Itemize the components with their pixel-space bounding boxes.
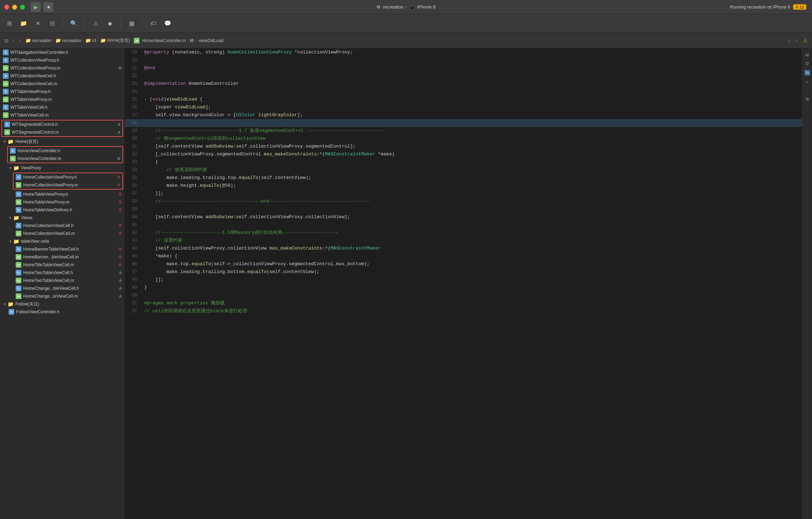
titlebar-status: Running recreation on iPhone 8 ⚠ 11 (730, 4, 806, 10)
sidebar-item[interactable]: m WTCollectionViewProxy.m M (0, 64, 125, 72)
sidebar-item-homechangecell-h[interactable]: h HomeChange...bleViewCell.h A (0, 284, 125, 292)
right-panel: Id O Ta ✓ Te (802, 48, 812, 519)
folder-icon[interactable]: 📁 (19, 19, 29, 29)
code-line-44: 44 [self.collectionViewProxy.collectionV… (125, 245, 802, 252)
sidebar: h WTNavigationViewController.h h WTColle… (0, 48, 125, 519)
group-icon[interactable]: ⊟ (47, 19, 57, 29)
code-line-34: 34 // 收尾顶部的约束 (125, 166, 802, 174)
breadcrumb-sep-4: › (131, 38, 132, 42)
sidebar-item[interactable]: m WTTableViewCell.m (0, 111, 125, 119)
code-editor[interactable]: 19 @property (nonatomic, strong) HomeCol… (125, 48, 802, 519)
right-panel-ta-icon[interactable]: Ta (805, 70, 810, 76)
sidebar-item-homebannercell-m[interactable]: m HomeBanner...bleViewCell.m R (0, 253, 125, 261)
sidebar-item-homecollectioncell-m[interactable]: m HomeCollectionViewCell.m R (0, 230, 125, 237)
breadcrumb-recreation-folder[interactable]: 📁 recreation (25, 38, 51, 43)
code-line-51: 51 #pragma mark properties 懒加载 (125, 299, 802, 307)
sidebar-item[interactable]: h WTCollectionViewProxy.h (0, 56, 125, 64)
breadcrumb-nav: ⊞ ‹ › (3, 37, 22, 44)
sidebar-item-homechangecell-m[interactable]: m HomeChange...leViewCell.m A (0, 292, 125, 300)
breadcrumb-forward[interactable]: › (17, 37, 22, 44)
project-name: recreation (383, 4, 404, 10)
code-line-45: 45 *make) { (125, 252, 802, 260)
sidebar-item-wtsegmented-m[interactable]: m WTSegmentedControl.m A (2, 128, 122, 136)
sidebar-item-hometableproxy-m[interactable]: m HomeTableViewProxy.m R (0, 198, 125, 206)
minimize-button[interactable] (12, 5, 17, 10)
folder-tableview-cells[interactable]: ▼ 📁 tableView cells (0, 237, 125, 245)
warning-nav-icon[interactable]: ⚠ (802, 37, 809, 44)
breadcrumb-back[interactable]: ‹ (11, 37, 16, 44)
close-icon[interactable]: ✕ (33, 19, 43, 29)
grid-icon[interactable]: ⊞ (3, 37, 10, 44)
sidebar-item-homecollectioncell-h[interactable]: h HomeCollectionViewCell.h R (0, 222, 125, 230)
breadcrumb-home-folder[interactable]: 📁 Home(首页) (100, 37, 130, 43)
run-status: Running recreation on iPhone 8 (730, 5, 790, 10)
code-line-37: 37 }]; (125, 190, 802, 197)
warning-icon[interactable]: ⚠ (91, 19, 101, 29)
breadcrumb-sep-6: › (195, 38, 196, 42)
sidebar-item-hometitlecell-m[interactable]: m HomeTitleTableViewCell.m R (0, 261, 125, 269)
breadcrumb-nav-prev[interactable]: ‹ (787, 37, 792, 44)
sidebar-item[interactable]: h WTTableViewCell.h (0, 103, 125, 111)
sidebar-item[interactable]: h WTCollectionViewCell.h (0, 72, 125, 80)
breadcrumb-ui-folder[interactable]: 📁 UI (85, 38, 96, 43)
sidebar-item-hometwocell-m[interactable]: m HomeTwoTableViewCell.m A (0, 277, 125, 284)
sidebar-item-homevc-m[interactable]: m HomeViewController.m M (8, 155, 122, 163)
sidebar-item-hometabledefines-h[interactable]: h HomeTableViewDefines.h R (0, 206, 125, 214)
sidebar-item[interactable]: h WTTableViewProxy.h (0, 88, 125, 96)
toolbar-separator-3 (121, 19, 121, 28)
breadcrumb-nav-next[interactable]: › (794, 37, 799, 44)
sidebar-item-homebannercell-h[interactable]: h HomeBannerTableViewCell.h R (0, 245, 125, 253)
right-panel-id-icon[interactable]: Id (804, 51, 811, 58)
folder-views[interactable]: ▼ 📁 Views (0, 214, 125, 222)
sidebar-item[interactable]: m WTCollectionViewCell.m (0, 80, 125, 88)
highlighted-group-2: h HomeViewController.h m HomeViewControl… (7, 146, 123, 163)
table-icon[interactable]: ▦ (127, 19, 137, 29)
sidebar-item-homecollectionproxy-h[interactable]: h HomeCollectionViewProxy.h R (14, 173, 122, 181)
folder-viewproxy[interactable]: ▼ 📁 ViewProxy (0, 164, 125, 172)
code-line-43: 43 // 设置约束 (125, 237, 802, 245)
code-line-40: 40 [self.contentView addSubview:self.col… (125, 213, 802, 221)
code-line-35: 35 make.leading.trailing.top.equalTo(sel… (125, 174, 802, 182)
breadcrumb-sep-2: › (82, 38, 83, 42)
right-panel-o-icon[interactable]: O (804, 60, 811, 67)
search-icon[interactable]: 🔍 (69, 19, 79, 29)
diamond-icon[interactable]: ◆ (105, 19, 115, 29)
breadcrumb-viewdidload[interactable]: -viewDidLoad (198, 38, 224, 43)
code-line-48: 48 }]; (125, 276, 802, 284)
sidebar-item-homecollectionproxy-m[interactable]: m HomeCollectionViewProxy.m R (14, 181, 122, 189)
code-line-23: 23 @implementation HomeViewController (125, 80, 802, 88)
run-button[interactable]: ▶ (31, 2, 41, 12)
code-line-32: 32 [_collectionViewProxy.segmentedContro… (125, 150, 802, 158)
sidebar-item-wtsegmented-h[interactable]: h WTSegmentedControl.h A (2, 120, 122, 128)
code-line-42: 42 //----------------------1.5用Masonry进行… (125, 229, 802, 237)
breadcrumb-bar: ⊞ ‹ › 📁 recreation › 📁 recreation › 📁 UI… (0, 33, 812, 48)
sidebar-item-homevc-h[interactable]: h HomeViewController.h (8, 147, 122, 155)
sidebar-item[interactable]: h WTNavigationViewController.h (0, 48, 125, 56)
comment-icon[interactable]: 💬 (163, 19, 173, 29)
sidebar-item-followvc-h[interactable]: h FollowViewController.h (0, 308, 125, 316)
close-button[interactable] (4, 5, 9, 10)
code-line-27: 27 self.view.backgroundColor = [UIColor … (125, 111, 802, 119)
stop-button[interactable]: ■ (44, 2, 54, 12)
breadcrumb-sep-3: › (98, 38, 99, 42)
code-line-52: 52 // cell的回调就在这里面通过block来进行处理 (125, 307, 802, 315)
warning-badge[interactable]: ⚠ 11 (793, 4, 806, 10)
code-line-30: 30 // 将segmentedControl添加到collectionView (125, 135, 802, 143)
right-panel-te-icon[interactable]: Te (804, 96, 811, 103)
maximize-button[interactable] (20, 5, 25, 10)
toolbar-separator-4 (142, 19, 143, 28)
right-panel-check-icon[interactable]: ✓ (804, 78, 811, 86)
sidebar-item-hometableproxy-h[interactable]: h HomeTableViewProxy.h R (0, 190, 125, 198)
sidebar-item-hometwocell-h[interactable]: h HomeTwoTableViewCell.h A (0, 269, 125, 277)
code-line-36: 36 make.height.equalTo(@50); (125, 182, 802, 190)
folder-home[interactable]: ▼ 📁 Home(首页) (0, 138, 125, 145)
breadcrumb-homevc-file[interactable]: m HomeViewController.m (134, 38, 186, 43)
code-line-46: 46 make.top.equalTo(self->_collectionVie… (125, 260, 802, 268)
folder-follow[interactable]: ▼ 📁 Follow(关注) (0, 300, 125, 308)
breadcrumb-recreation-project[interactable]: 📁 recreation (55, 38, 81, 43)
sidebar-item[interactable]: m WTTableViewProxy.m (0, 96, 125, 103)
breadcrumb-m-badge[interactable]: M (190, 38, 193, 43)
grid-view-icon[interactable]: ⊞ (4, 19, 14, 29)
code-line-47: 47 make.leading.trailing.bottom.equalTo(… (125, 268, 802, 276)
tag-icon[interactable]: 🏷 (148, 19, 158, 29)
